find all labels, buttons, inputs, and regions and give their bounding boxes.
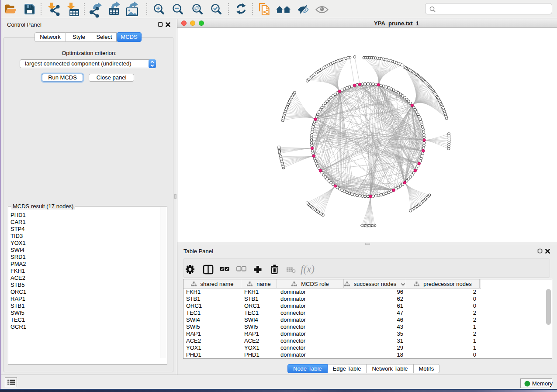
svg-text:f(x): f(x)	[301, 264, 315, 275]
